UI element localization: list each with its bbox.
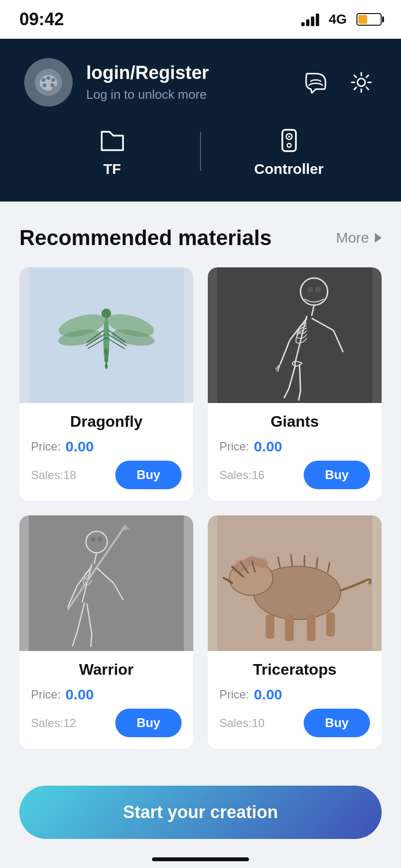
- sales-dino: Sales:10: [219, 716, 264, 730]
- signal-icon: [301, 13, 319, 26]
- product-info-dragonfly: Dragonfly Price: 0.00: [19, 403, 193, 455]
- price-value-dino: 0.00: [254, 686, 282, 703]
- product-info-giants: Giants Price: 0.00: [208, 403, 382, 455]
- buy-button-dragonfly[interactable]: Buy: [115, 461, 182, 489]
- header: login/Register Log in to unlock more: [0, 39, 401, 202]
- svg-point-12: [287, 143, 291, 147]
- svg-rect-75: [326, 612, 335, 636]
- chevron-right-icon: [375, 233, 382, 243]
- product-info-warrior: Warrior Price: 0.00: [19, 651, 193, 703]
- battery-fill: [358, 15, 367, 24]
- svg-point-31: [308, 287, 313, 293]
- svg-point-8: [357, 78, 365, 86]
- product-price-row-dragonfly: Price: 0.00: [31, 438, 182, 455]
- product-image-giants: [208, 267, 382, 403]
- nav-item-tf[interactable]: TF: [24, 126, 200, 177]
- status-time: 09:42: [19, 9, 64, 30]
- nav-row: TF Controller: [24, 126, 377, 177]
- start-creation-label: Start your creation: [123, 802, 278, 822]
- product-grid: Dragonfly Price: 0.00 Sales:18 Buy: [19, 267, 382, 749]
- user-info: login/Register Log in to unlock more: [86, 62, 209, 102]
- avatar[interactable]: [24, 58, 73, 107]
- user-subtitle: Log in to unlock more: [86, 87, 209, 102]
- product-name-warrior: Warrior: [31, 661, 182, 679]
- sales-warrior: Sales:12: [31, 716, 76, 730]
- product-price-row-dino: Price: 0.00: [219, 686, 370, 703]
- buy-button-warrior[interactable]: Buy: [115, 709, 182, 737]
- section-title: Recommended materials: [19, 226, 272, 250]
- header-top: login/Register Log in to unlock more: [24, 58, 377, 107]
- more-label: More: [336, 230, 369, 246]
- product-card-giants: Giants Price: 0.00 Sales:16 Buy: [208, 267, 382, 501]
- controller-label: Controller: [254, 161, 324, 177]
- more-button[interactable]: More: [336, 230, 382, 246]
- product-name-dragonfly: Dragonfly: [31, 413, 182, 431]
- svg-rect-74: [307, 615, 316, 641]
- product-card-warrior: Warrior Price: 0.00 Sales:12 Buy: [19, 515, 193, 749]
- price-label-dragonfly: Price:: [31, 440, 61, 453]
- svg-line-41: [300, 364, 301, 391]
- svg-point-11: [288, 136, 290, 138]
- product-card-dino: Triceratops Price: 0.00 Sales:10 Buy: [208, 515, 382, 749]
- status-bar: 09:42 4G: [0, 0, 401, 39]
- section-header: Recommended materials More: [19, 226, 382, 250]
- sales-dragonfly: Sales:18: [31, 468, 76, 482]
- price-label-warrior: Price:: [31, 688, 61, 701]
- svg-point-6: [43, 83, 46, 87]
- product-info-dino: Triceratops Price: 0.00: [208, 651, 382, 703]
- product-name-dino: Triceratops: [219, 661, 370, 679]
- product-image-dino: [208, 515, 382, 651]
- battery-icon: [356, 13, 382, 26]
- svg-point-48: [91, 537, 96, 542]
- nav-item-controller[interactable]: Controller: [201, 126, 377, 177]
- start-creation-button[interactable]: Start your creation: [19, 786, 382, 839]
- svg-rect-9: [282, 130, 296, 151]
- product-footer-dino: Sales:10 Buy: [208, 709, 382, 737]
- header-user: login/Register Log in to unlock more: [24, 58, 209, 107]
- svg-point-26: [104, 348, 109, 356]
- settings-icon-btn[interactable]: [346, 67, 377, 98]
- svg-point-27: [105, 356, 108, 363]
- product-footer-giants: Sales:16 Buy: [208, 461, 382, 489]
- svg-point-28: [105, 363, 108, 369]
- header-actions: [300, 67, 377, 98]
- price-value-giants: 0.00: [254, 438, 282, 455]
- message-icon-btn[interactable]: [300, 67, 331, 98]
- network-label: 4G: [329, 12, 347, 27]
- main-content: Recommended materials More: [0, 202, 401, 836]
- buy-button-giants[interactable]: Buy: [304, 461, 370, 489]
- svg-point-2: [42, 78, 46, 82]
- user-name[interactable]: login/Register: [86, 62, 209, 83]
- price-value-dragonfly: 0.00: [65, 438, 93, 455]
- svg-rect-46: [29, 515, 184, 651]
- home-indicator: [152, 857, 249, 861]
- price-label-dino: Price:: [219, 688, 249, 701]
- svg-rect-73: [285, 615, 294, 641]
- sales-giants: Sales:16: [219, 468, 264, 482]
- svg-rect-72: [266, 615, 275, 639]
- product-image-dragonfly: [19, 267, 193, 403]
- product-footer-warrior: Sales:12 Buy: [19, 709, 193, 737]
- product-footer-dragonfly: Sales:18 Buy: [19, 461, 193, 489]
- tf-label: TF: [103, 161, 121, 177]
- svg-line-79: [317, 558, 318, 569]
- product-price-row-warrior: Price: 0.00: [31, 686, 182, 703]
- product-name-giants: Giants: [219, 413, 370, 431]
- buy-button-dino[interactable]: Buy: [304, 709, 370, 737]
- price-label-giants: Price:: [219, 440, 249, 453]
- price-value-warrior: 0.00: [65, 686, 93, 703]
- svg-point-32: [315, 287, 321, 293]
- status-icons: 4G: [301, 12, 382, 27]
- svg-point-49: [98, 537, 103, 542]
- product-price-row-giants: Price: 0.00: [219, 438, 370, 455]
- svg-point-3: [46, 76, 50, 80]
- svg-rect-29: [217, 267, 372, 403]
- product-card-dragonfly: Dragonfly Price: 0.00 Sales:18 Buy: [19, 267, 193, 501]
- product-image-warrior: [19, 515, 193, 651]
- svg-point-4: [51, 78, 55, 82]
